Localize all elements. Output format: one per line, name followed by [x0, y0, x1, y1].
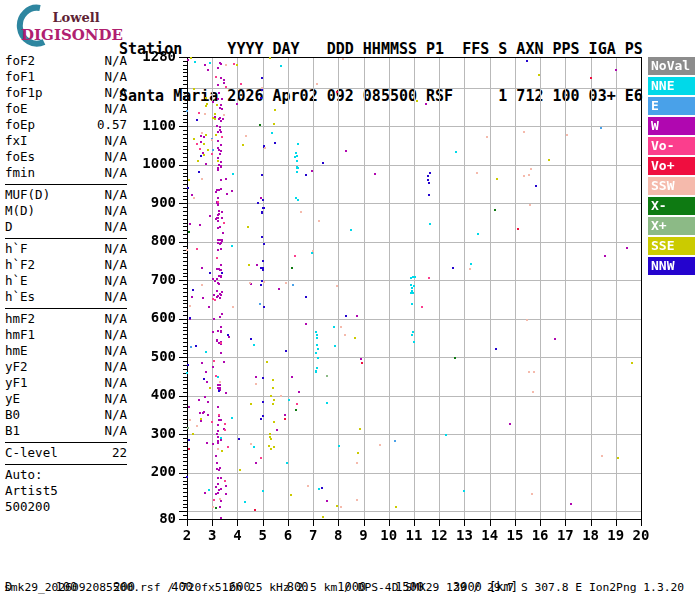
param-label: hmF1: [5, 327, 35, 343]
param-label: D: [5, 219, 13, 235]
param-label: yE: [5, 391, 20, 407]
param-value: N/A: [104, 187, 127, 203]
param-value: N/A: [104, 343, 127, 359]
param-value: N/A: [104, 273, 127, 289]
logo-digisonde-text: DIGISONDE: [21, 26, 123, 44]
param-label: foEs: [5, 149, 35, 165]
param-row: fminN/A: [5, 165, 127, 181]
logo-lowell-text: Lowell: [52, 10, 99, 25]
legend-item-nnw: NNW: [648, 257, 695, 275]
param-row: foEp0.57: [5, 117, 127, 133]
param-row: yF1N/A: [5, 375, 127, 391]
ionogram-page: { "logo": { "brand_top": "Lowell", "bran…: [0, 0, 700, 600]
param-label: h`F2: [5, 257, 35, 273]
param-row: foF1N/A: [5, 69, 127, 85]
param-label: h`Es: [5, 289, 35, 305]
param-separator: [5, 461, 127, 467]
param-value: N/A: [104, 359, 127, 375]
param-row: B1N/A: [5, 423, 127, 439]
param-row: hmF2N/A: [5, 311, 127, 327]
legend-item-sse: SSE: [648, 237, 695, 255]
legend-item-noval: NoVal: [648, 57, 695, 75]
param-row: B0N/A: [5, 407, 127, 423]
param-row: DN/A: [5, 219, 127, 235]
param-row: fxIN/A: [5, 133, 127, 149]
param-row: foF1pN/A: [5, 85, 127, 101]
param-value: N/A: [104, 423, 127, 439]
param-row: h`F2N/A: [5, 257, 127, 273]
param-label: yF2: [5, 359, 28, 375]
param-label: foEp: [5, 117, 35, 133]
param-row: foF2N/A: [5, 53, 127, 69]
param-value: N/A: [104, 311, 127, 327]
param-value: N/A: [104, 289, 127, 305]
param-row: foEN/A: [5, 101, 127, 117]
footer-status-line: smk29_2026092085500.rsf / 720fx512h 25 k…: [4, 581, 684, 594]
legend-item-ssw: SSW: [648, 177, 695, 195]
parameter-panel: foF2N/AfoF1N/AfoF1pN/AfoEN/AfoEp0.57fxIN…: [5, 53, 127, 515]
param-row: foEsN/A: [5, 149, 127, 165]
param-separator: [5, 305, 127, 311]
param-row: h`EN/A: [5, 273, 127, 289]
param-label: h`E: [5, 273, 28, 289]
legend-item-voplus: Vo+: [648, 157, 695, 175]
param-value: N/A: [104, 85, 127, 101]
param-label: hmE: [5, 343, 28, 359]
param-value: N/A: [104, 69, 127, 85]
param-value: N/A: [104, 391, 127, 407]
param-label: MUF(D): [5, 187, 50, 203]
param-row: yF2N/A: [5, 359, 127, 375]
param-label: B0: [5, 407, 20, 423]
param-row: h`EsN/A: [5, 289, 127, 305]
param-row: C-level22: [5, 445, 127, 461]
param-value: N/A: [104, 407, 127, 423]
param-label: hmF2: [5, 311, 35, 327]
param-value: 22: [112, 445, 127, 461]
param-label: h`F: [5, 241, 28, 257]
param-note: Artist5: [5, 483, 127, 499]
param-row: MUF(D)N/A: [5, 187, 127, 203]
param-note: Auto:: [5, 467, 127, 483]
param-label: C-level: [5, 445, 58, 461]
param-value: N/A: [104, 241, 127, 257]
param-row: hmEN/A: [5, 343, 127, 359]
param-label: foF1p: [5, 85, 43, 101]
param-value: N/A: [104, 257, 127, 273]
legend-item-w: W: [648, 117, 695, 135]
param-separator: [5, 235, 127, 241]
param-row: h`FN/A: [5, 241, 127, 257]
legend-item-e: E: [648, 97, 695, 115]
param-value: N/A: [104, 53, 127, 69]
param-value: N/A: [104, 203, 127, 219]
param-label: yF1: [5, 375, 28, 391]
param-separator: [5, 181, 127, 187]
param-label: B1: [5, 423, 20, 439]
digisonde-logo: Lowell DIGISONDE: [6, 4, 124, 50]
legend-item-xplus: X+: [648, 217, 695, 235]
param-value: N/A: [104, 219, 127, 235]
param-label: fxI: [5, 133, 28, 149]
param-label: foE: [5, 101, 28, 117]
param-value: N/A: [104, 165, 127, 181]
param-row: M(D)N/A: [5, 203, 127, 219]
param-value: N/A: [104, 327, 127, 343]
ionogram-plot-canvas: [130, 48, 650, 548]
param-value: 0.57: [97, 117, 127, 133]
legend-item-x-minus: X-: [648, 197, 695, 215]
param-separator: [5, 439, 127, 445]
param-note: 500200: [5, 499, 127, 515]
legend-item-vo-minus: Vo-: [648, 137, 695, 155]
param-label: M(D): [5, 203, 35, 219]
logo-arc-icon: Lowell DIGISONDE: [6, 4, 124, 50]
param-value: N/A: [104, 149, 127, 165]
param-value: N/A: [104, 375, 127, 391]
param-value: N/A: [104, 101, 127, 117]
direction-legend: NoValNNEEWVo-Vo+SSWX-X+SSENNW: [648, 57, 695, 277]
param-label: foF2: [5, 53, 35, 69]
legend-item-nne: NNE: [648, 77, 695, 95]
param-label: fmin: [5, 165, 35, 181]
param-value: N/A: [104, 133, 127, 149]
param-label: foF1: [5, 69, 35, 85]
param-row: yEN/A: [5, 391, 127, 407]
param-row: hmF1N/A: [5, 327, 127, 343]
